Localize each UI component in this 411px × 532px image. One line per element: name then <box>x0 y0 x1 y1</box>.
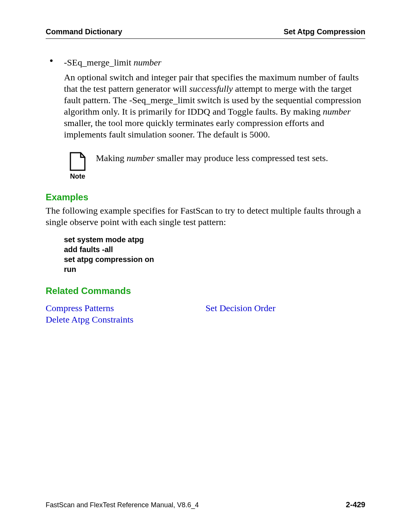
header-right: Set Atpg Compression <box>284 27 365 36</box>
link-set-decision-order[interactable]: Set Decision Order <box>206 302 365 314</box>
page-footer: FastScan and FlexTest Reference Manual, … <box>46 500 365 509</box>
note-text: Making number smaller may produce less c… <box>91 152 328 181</box>
description-paragraph: An optional switch and integer pair that… <box>46 72 365 140</box>
examples-intro: The following example specifies for Fast… <box>46 205 365 228</box>
related-heading: Related Commands <box>46 286 365 296</box>
footer-page-number: 2-429 <box>346 500 365 509</box>
link-compress-patterns[interactable]: Compress Patterns <box>46 302 206 314</box>
page-header: Command Dictionary Set Atpg Compression <box>46 27 365 39</box>
bullet-marker: • <box>49 56 64 69</box>
note-page-icon <box>69 152 86 171</box>
header-left: Command Dictionary <box>46 27 122 36</box>
note-icon-column: Note <box>64 152 91 181</box>
switch-arg: number <box>134 58 161 67</box>
related-col-2: Set Decision Order <box>206 302 365 325</box>
switch-name: -SEq_merge_limit <box>64 58 134 67</box>
code-block: set system mode atpg add faults -all set… <box>46 228 365 280</box>
bullet-text: -SEq_merge_limit number <box>64 56 161 69</box>
link-delete-atpg-constraints[interactable]: Delete Atpg Constraints <box>46 314 206 325</box>
para1-t3: smaller, the tool more quickly terminate… <box>64 118 324 139</box>
note-block: Note Making number smaller may produce l… <box>46 152 365 181</box>
para1-em1: successfully <box>189 84 233 94</box>
related-col-1: Compress Patterns Delete Atpg Constraint… <box>46 302 206 325</box>
note-t2: smaller may produce less compressed test… <box>155 153 328 163</box>
para1-em2: number <box>323 107 350 117</box>
note-label: Note <box>70 173 85 181</box>
page: Command Dictionary Set Atpg Compression … <box>0 0 411 532</box>
bullet-item: • -SEq_merge_limit number <box>46 56 365 69</box>
examples-heading: Examples <box>46 192 365 203</box>
footer-left: FastScan and FlexTest Reference Manual, … <box>46 501 199 509</box>
note-em: number <box>127 153 155 163</box>
note-t1: Making <box>96 153 127 163</box>
related-commands: Compress Patterns Delete Atpg Constraint… <box>46 299 365 325</box>
page-content: • -SEq_merge_limit number An optional sw… <box>46 39 365 325</box>
